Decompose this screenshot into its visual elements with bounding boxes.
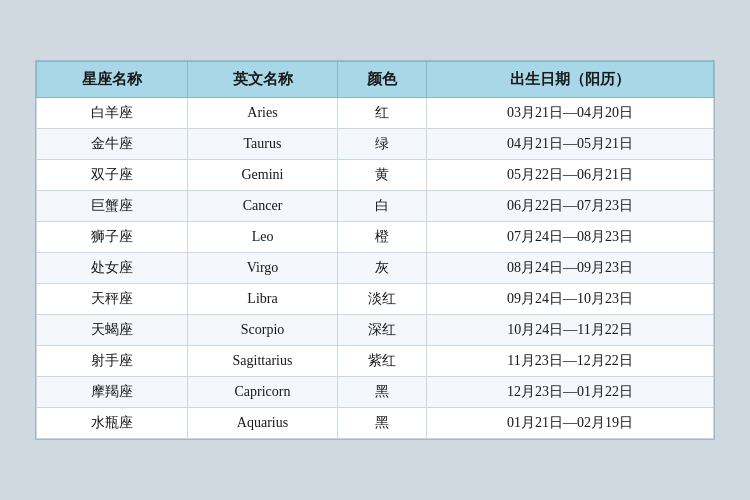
table-row: 白羊座Aries红03月21日—04月20日 xyxy=(37,98,714,129)
cell-chinese-name: 射手座 xyxy=(37,346,188,377)
cell-dates: 05月22日—06月21日 xyxy=(427,160,714,191)
table-row: 水瓶座Aquarius黑01月21日—02月19日 xyxy=(37,408,714,439)
cell-chinese-name: 天蝎座 xyxy=(37,315,188,346)
cell-dates: 03月21日—04月20日 xyxy=(427,98,714,129)
cell-english-name: Libra xyxy=(187,284,338,315)
cell-english-name: Gemini xyxy=(187,160,338,191)
cell-color: 深红 xyxy=(338,315,427,346)
cell-chinese-name: 摩羯座 xyxy=(37,377,188,408)
cell-english-name: Aries xyxy=(187,98,338,129)
cell-chinese-name: 水瓶座 xyxy=(37,408,188,439)
cell-dates: 04月21日—05月21日 xyxy=(427,129,714,160)
table-row: 天蝎座Scorpio深红10月24日—11月22日 xyxy=(37,315,714,346)
cell-dates: 11月23日—12月22日 xyxy=(427,346,714,377)
cell-english-name: Cancer xyxy=(187,191,338,222)
cell-english-name: Aquarius xyxy=(187,408,338,439)
cell-color: 灰 xyxy=(338,253,427,284)
table-row: 天秤座Libra淡红09月24日—10月23日 xyxy=(37,284,714,315)
cell-chinese-name: 双子座 xyxy=(37,160,188,191)
cell-dates: 09月24日—10月23日 xyxy=(427,284,714,315)
cell-chinese-name: 处女座 xyxy=(37,253,188,284)
cell-chinese-name: 金牛座 xyxy=(37,129,188,160)
zodiac-table-container: 星座名称 英文名称 颜色 出生日期（阳历） 白羊座Aries红03月21日—04… xyxy=(35,60,715,440)
cell-color: 黑 xyxy=(338,377,427,408)
cell-english-name: Taurus xyxy=(187,129,338,160)
cell-dates: 10月24日—11月22日 xyxy=(427,315,714,346)
table-header-row: 星座名称 英文名称 颜色 出生日期（阳历） xyxy=(37,62,714,98)
cell-english-name: Scorpio xyxy=(187,315,338,346)
table-row: 金牛座Taurus绿04月21日—05月21日 xyxy=(37,129,714,160)
header-birthdate: 出生日期（阳历） xyxy=(427,62,714,98)
header-color: 颜色 xyxy=(338,62,427,98)
cell-color: 黑 xyxy=(338,408,427,439)
cell-dates: 06月22日—07月23日 xyxy=(427,191,714,222)
cell-color: 紫红 xyxy=(338,346,427,377)
header-chinese-name: 星座名称 xyxy=(37,62,188,98)
cell-color: 黄 xyxy=(338,160,427,191)
header-english-name: 英文名称 xyxy=(187,62,338,98)
cell-dates: 08月24日—09月23日 xyxy=(427,253,714,284)
cell-english-name: Sagittarius xyxy=(187,346,338,377)
table-row: 巨蟹座Cancer白06月22日—07月23日 xyxy=(37,191,714,222)
zodiac-table: 星座名称 英文名称 颜色 出生日期（阳历） 白羊座Aries红03月21日—04… xyxy=(36,61,714,439)
cell-color: 淡红 xyxy=(338,284,427,315)
table-body: 白羊座Aries红03月21日—04月20日金牛座Taurus绿04月21日—0… xyxy=(37,98,714,439)
cell-chinese-name: 巨蟹座 xyxy=(37,191,188,222)
cell-color: 橙 xyxy=(338,222,427,253)
table-row: 处女座Virgo灰08月24日—09月23日 xyxy=(37,253,714,284)
cell-english-name: Leo xyxy=(187,222,338,253)
cell-color: 白 xyxy=(338,191,427,222)
cell-dates: 01月21日—02月19日 xyxy=(427,408,714,439)
cell-chinese-name: 狮子座 xyxy=(37,222,188,253)
cell-english-name: Virgo xyxy=(187,253,338,284)
cell-color: 红 xyxy=(338,98,427,129)
cell-dates: 12月23日—01月22日 xyxy=(427,377,714,408)
cell-english-name: Capricorn xyxy=(187,377,338,408)
cell-dates: 07月24日—08月23日 xyxy=(427,222,714,253)
table-row: 双子座Gemini黄05月22日—06月21日 xyxy=(37,160,714,191)
table-row: 狮子座Leo橙07月24日—08月23日 xyxy=(37,222,714,253)
table-row: 射手座Sagittarius紫红11月23日—12月22日 xyxy=(37,346,714,377)
cell-color: 绿 xyxy=(338,129,427,160)
cell-chinese-name: 天秤座 xyxy=(37,284,188,315)
table-row: 摩羯座Capricorn黑12月23日—01月22日 xyxy=(37,377,714,408)
cell-chinese-name: 白羊座 xyxy=(37,98,188,129)
